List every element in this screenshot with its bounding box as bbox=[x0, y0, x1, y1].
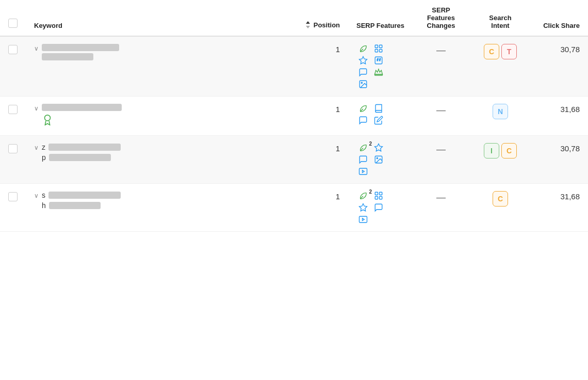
search-intent-cell: N bbox=[469, 97, 531, 136]
chat-icon bbox=[356, 155, 370, 164]
expand-chevron[interactable]: ∨ bbox=[34, 45, 39, 52]
col-header-click-share: Click Share bbox=[531, 0, 588, 36]
sort-icon bbox=[304, 20, 312, 29]
svg-rect-3 bbox=[380, 50, 382, 52]
serp-features-cell: 2 bbox=[348, 184, 413, 232]
keyword-text bbox=[42, 44, 119, 60]
quote-box-icon bbox=[372, 56, 385, 65]
serp-features-cell: 2 bbox=[348, 136, 413, 184]
col-header-serp: SERP Features bbox=[348, 0, 413, 36]
leaf-icon: 2 bbox=[356, 143, 370, 152]
svg-point-9 bbox=[45, 115, 51, 121]
row-checkbox[interactable] bbox=[8, 144, 18, 153]
intent-badge-c: C bbox=[484, 44, 499, 59]
position-cell: 1 bbox=[296, 136, 348, 184]
leaf-icon: 2 bbox=[356, 191, 370, 200]
expand-chevron[interactable]: ∨ bbox=[34, 192, 39, 199]
table-row: ∨ 1 bbox=[0, 97, 588, 136]
serp-changes-cell: — bbox=[413, 36, 469, 97]
table-row: ∨ 1 bbox=[0, 36, 588, 97]
keyword-cell: ∨ s h bbox=[26, 184, 296, 232]
table-row: ∨ z p 1 2 bbox=[0, 136, 588, 184]
svg-point-8 bbox=[361, 82, 362, 83]
expand-chevron[interactable]: ∨ bbox=[34, 144, 39, 151]
svg-point-12 bbox=[377, 157, 378, 159]
col-header-checkbox bbox=[0, 0, 26, 36]
svg-marker-14 bbox=[363, 170, 365, 173]
serp-features-cell bbox=[348, 36, 413, 97]
pencil-icon bbox=[372, 116, 385, 125]
select-all-checkbox[interactable] bbox=[8, 19, 18, 28]
crown-icon bbox=[372, 68, 385, 77]
video-icon bbox=[356, 167, 370, 176]
table-row: ∨ s h 1 2 bbox=[0, 184, 588, 232]
star-icon bbox=[356, 56, 370, 65]
position-value: 1 bbox=[336, 144, 340, 153]
row-checkbox-cell bbox=[0, 136, 26, 184]
expand-chevron[interactable]: ∨ bbox=[34, 105, 39, 112]
col-header-serp-changes: SERP Features Changes bbox=[413, 0, 469, 36]
svg-rect-2 bbox=[375, 50, 378, 52]
svg-rect-16 bbox=[380, 192, 382, 195]
serp-features-cell bbox=[348, 97, 413, 136]
col-header-keyword: Keyword bbox=[26, 0, 296, 36]
row-checkbox-cell bbox=[0, 184, 26, 232]
search-intent-cell: IC bbox=[469, 136, 531, 184]
keyword-cell: ∨ bbox=[26, 97, 296, 136]
svg-rect-18 bbox=[380, 197, 382, 199]
row-checkbox[interactable] bbox=[8, 105, 18, 114]
svg-rect-13 bbox=[360, 168, 367, 175]
click-share-cell: 31,68 bbox=[531, 184, 588, 232]
svg-marker-21 bbox=[363, 218, 365, 221]
position-cell: 1 bbox=[296, 36, 348, 97]
col-header-position[interactable]: Position bbox=[296, 0, 348, 36]
position-value: 1 bbox=[336, 105, 340, 114]
search-intent-cell: CT bbox=[469, 36, 531, 97]
serp-changes-cell: — bbox=[413, 184, 469, 232]
row-checkbox-cell bbox=[0, 36, 26, 97]
keyword-cell: ∨ bbox=[26, 36, 296, 97]
svg-rect-15 bbox=[375, 192, 378, 195]
click-share-cell: 31,68 bbox=[531, 97, 588, 136]
chat-icon bbox=[372, 203, 385, 212]
keyword-table: Keyword Position SERP Features SERP bbox=[0, 0, 588, 232]
svg-marker-10 bbox=[375, 144, 383, 151]
changes-value: — bbox=[436, 144, 446, 154]
leaf-icon bbox=[356, 44, 370, 53]
position-value: 1 bbox=[336, 45, 340, 54]
keyword-cell: ∨ z p bbox=[26, 136, 296, 184]
intent-badge-n: N bbox=[493, 104, 508, 119]
keyword-text: z p bbox=[42, 143, 121, 162]
changes-value: — bbox=[436, 192, 446, 202]
position-cell: 1 bbox=[296, 184, 348, 232]
click-share-value: 30,78 bbox=[560, 45, 580, 54]
chat-icon bbox=[356, 116, 370, 125]
grid-icon bbox=[372, 44, 385, 53]
intent-badge-c: C bbox=[501, 143, 517, 159]
svg-rect-0 bbox=[375, 45, 378, 48]
keyword-text bbox=[42, 104, 122, 111]
click-share-value: 31,68 bbox=[560, 192, 580, 201]
click-share-cell: 30,78 bbox=[531, 136, 588, 184]
svg-marker-4 bbox=[360, 57, 367, 64]
search-intent-cell: C bbox=[469, 184, 531, 232]
click-share-value: 31,68 bbox=[560, 105, 580, 114]
click-share-value: 30,78 bbox=[560, 144, 580, 153]
changes-value: — bbox=[436, 105, 446, 115]
position-value: 1 bbox=[336, 192, 340, 201]
changes-value: — bbox=[436, 45, 446, 55]
svg-rect-17 bbox=[375, 197, 378, 199]
serp-changes-cell: — bbox=[413, 136, 469, 184]
star-icon bbox=[372, 143, 385, 152]
svg-rect-5 bbox=[375, 57, 382, 64]
svg-rect-6 bbox=[375, 74, 383, 75]
chat-icon bbox=[356, 68, 370, 77]
row-checkbox[interactable] bbox=[8, 45, 18, 54]
col-header-intent: Search Intent bbox=[469, 0, 531, 36]
book-icon bbox=[372, 104, 385, 113]
award-icon bbox=[42, 116, 53, 128]
grid-icon bbox=[372, 191, 385, 200]
star-icon bbox=[356, 203, 370, 212]
image-icon bbox=[356, 80, 370, 89]
row-checkbox[interactable] bbox=[8, 192, 18, 201]
